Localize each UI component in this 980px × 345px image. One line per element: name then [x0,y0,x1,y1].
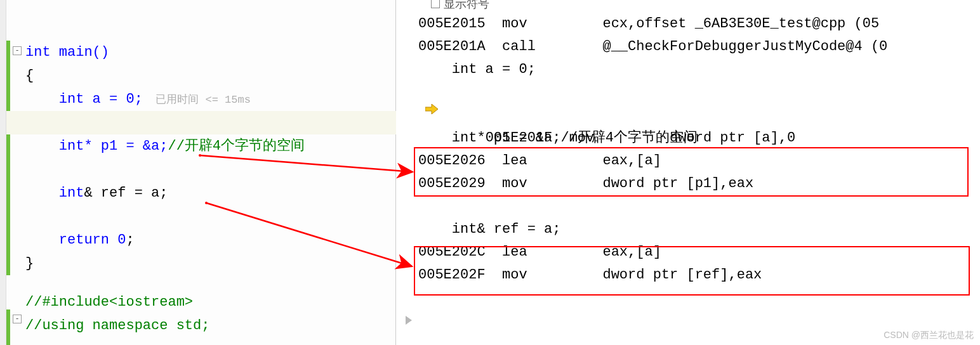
code-line: int main() [25,41,396,64]
play-icon[interactable] [406,316,412,325]
src-line: int& ref = a; [418,218,980,241]
fold-toggle-icon[interactable]: - [13,315,22,323]
asm-line: 005E2026 lea eax,[a] [418,150,980,172]
code-line: //#include<iostream> [25,290,396,314]
change-marker [6,41,10,275]
code-line: int* p1 = &a;//开辟4个字节的空间 [25,134,396,158]
code-line: //using namespace std; [25,314,396,337]
code-line: { [25,64,396,88]
asm-line: 005E2015 mov ecx,offset _6AB3E30E_test@c… [418,13,980,36]
gutter [0,0,6,345]
source-pane[interactable]: - - int main() { int a = 0; 已用时间 <= 15ms… [0,0,396,345]
editor-split-view: - - int main() { int a = 0; 已用时间 <= 15ms… [0,0,980,345]
show-symbols-checkbox[interactable]: 显示符号 [431,0,489,11]
code-line: return 0; [25,228,396,252]
src-line: return 0; [418,309,980,332]
code-line: int a = 0; 已用时间 <= 15ms [25,88,396,111]
checkbox-icon[interactable] [431,0,440,8]
asm-line: 005E2029 mov dword ptr [p1],eax [418,172,980,195]
src-line: int a = 0; [418,58,980,81]
asm-line-current: 005E201F mov dword ptr [a],0 [418,81,980,104]
checkbox-label: 显示符号 [444,0,489,11]
fold-toggle-icon[interactable]: - [13,46,22,55]
code-line: int& ref = a; [25,181,396,205]
src-line: int* p1 = &a;//开辟4个字节的空间 [418,127,980,150]
disassembly-pane[interactable]: 显示符号 005E2015 mov ecx,offset _6AB3E30E_t… [396,0,980,345]
asm-line: 005E202F mov dword ptr [ref],eax [418,264,980,287]
change-marker [6,309,10,345]
disassembly-code[interactable]: 005E2015 mov ecx,offset _6AB3E30E_test@c… [418,13,980,332]
code-line: } [25,252,396,275]
source-code[interactable]: int main() { int a = 0; 已用时间 <= 15ms int… [25,0,396,337]
watermark: CSDN @西兰花也是花 [884,330,974,341]
asm-line: 005E201A call @__CheckForDebuggerJustMyC… [418,36,980,58]
asm-line: 005E202C lea eax,[a] [418,241,980,264]
perf-hint: 已用时间 <= 15ms [143,94,251,106]
